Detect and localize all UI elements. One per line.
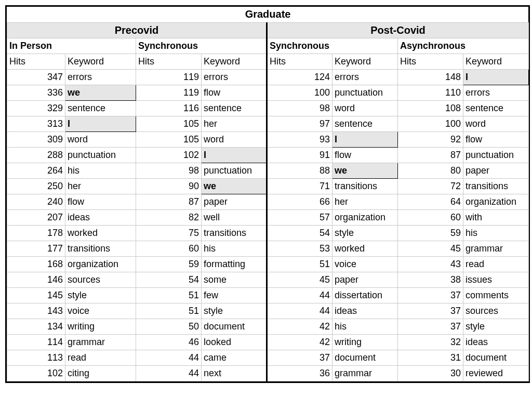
keyword-cell: few [202, 287, 267, 303]
table-row: 102citing44next36grammar30reviewed [7, 365, 529, 381]
hits-cell: 336 [7, 85, 65, 100]
keyword-cell: word [332, 100, 398, 116]
table-row: 288punctuation102I91flow87punctuation [7, 147, 529, 163]
keyword-cell: voice [332, 256, 398, 272]
keyword-cell: ideas [463, 334, 529, 350]
keyword-cell: document [332, 350, 398, 365]
keyword-cell: transitions [463, 178, 529, 194]
keyword-cell: voice [65, 303, 136, 319]
keyword-cell: with [463, 209, 529, 225]
table-row: 207ideas82well57organization60with [7, 209, 529, 225]
hits-cell: 72 [398, 178, 463, 194]
hits-cell: 108 [398, 100, 463, 116]
keyword-cell: grammar [332, 365, 398, 381]
hits-cell: 119 [136, 69, 202, 85]
hits-cell: 38 [398, 272, 463, 287]
graduate-table: Graduate Precovid Post-Covid In Person S… [5, 5, 530, 383]
hits-cell: 92 [398, 131, 463, 147]
keyword-cell: document [463, 350, 529, 365]
keyword-cell: I [463, 69, 529, 85]
hits-cell: 87 [398, 147, 463, 163]
table-row: 114grammar46looked42writing32ideas [7, 334, 529, 350]
table-row: 145style51few44dissertation37comments [7, 287, 529, 303]
hits-cell: 46 [136, 334, 202, 350]
keyword-cell: sources [65, 272, 136, 287]
keyword-cell: flow [332, 147, 398, 163]
hdr-keyword: Keyword [463, 54, 529, 69]
hits-cell: 59 [398, 225, 463, 241]
hits-cell: 44 [136, 350, 202, 365]
table-row: 143voice51style44ideas37sources [7, 303, 529, 319]
hits-cell: 82 [136, 209, 202, 225]
keyword-cell: punctuation [202, 163, 267, 178]
table-row: 168organization59formatting51voice43read [7, 256, 529, 272]
hits-cell: 54 [267, 225, 332, 241]
hits-cell: 97 [267, 116, 332, 131]
cat-inperson: In Person [7, 38, 136, 54]
hits-cell: 347 [7, 69, 65, 85]
hits-cell: 87 [136, 194, 202, 209]
hits-cell: 51 [136, 287, 202, 303]
hits-cell: 168 [7, 256, 65, 272]
hdr-keyword: Keyword [65, 54, 136, 69]
hits-cell: 45 [398, 241, 463, 256]
keyword-cell: dissertation [332, 287, 398, 303]
keyword-cell: sentence [65, 100, 136, 116]
keyword-cell: his [463, 225, 529, 241]
table-row: 347errors119errors124errors148I [7, 69, 529, 85]
hits-cell: 207 [7, 209, 65, 225]
keyword-cell: well [202, 209, 267, 225]
hits-cell: 44 [267, 303, 332, 319]
keyword-cell: style [65, 287, 136, 303]
keyword-cell: came [202, 350, 267, 365]
hits-cell: 143 [7, 303, 65, 319]
hits-cell: 37 [398, 287, 463, 303]
keyword-cell: writing [65, 319, 136, 334]
hits-cell: 105 [136, 116, 202, 131]
keyword-cell: formatting [202, 256, 267, 272]
keyword-cell: flow [202, 85, 267, 100]
keyword-cell: transitions [332, 178, 398, 194]
keyword-cell: style [463, 319, 529, 334]
hits-cell: 45 [267, 272, 332, 287]
period-postcovid: Post-Covid [267, 22, 529, 38]
hits-cell: 102 [7, 365, 65, 381]
hits-cell: 60 [398, 209, 463, 225]
hits-cell: 37 [398, 303, 463, 319]
table-row: 146sources54some45paper38issues [7, 272, 529, 287]
hits-cell: 75 [136, 225, 202, 241]
hits-cell: 42 [267, 319, 332, 334]
hits-cell: 114 [7, 334, 65, 350]
hits-cell: 240 [7, 194, 65, 209]
hits-cell: 50 [136, 319, 202, 334]
keyword-cell: organization [463, 194, 529, 209]
hits-cell: 329 [7, 100, 65, 116]
keyword-cell: I [332, 131, 398, 147]
hits-cell: 71 [267, 178, 332, 194]
keyword-cell: her [332, 194, 398, 209]
hits-cell: 51 [267, 256, 332, 272]
hdr-hits: Hits [136, 54, 202, 69]
keyword-cell: issues [463, 272, 529, 287]
hits-cell: 116 [136, 100, 202, 116]
hits-cell: 98 [267, 100, 332, 116]
keyword-cell: word [65, 131, 136, 147]
hits-cell: 53 [267, 241, 332, 256]
keyword-cell: paper [202, 194, 267, 209]
keyword-cell: citing [65, 365, 136, 381]
keyword-cell: errors [332, 69, 398, 85]
keyword-cell: some [202, 272, 267, 287]
hits-cell: 105 [136, 131, 202, 147]
keyword-cell: worked [65, 225, 136, 241]
keyword-cell: we [65, 85, 136, 100]
hits-cell: 124 [267, 69, 332, 85]
keyword-cell: transitions [65, 241, 136, 256]
hits-cell: 30 [398, 365, 463, 381]
table-row: 178worked75transitions54style59his [7, 225, 529, 241]
keyword-cell: her [202, 116, 267, 131]
cat-sync-post: Synchronous [267, 38, 398, 54]
keyword-cell: transitions [202, 225, 267, 241]
cat-sync-pre: Synchronous [136, 38, 267, 54]
keyword-cell: ideas [332, 303, 398, 319]
hits-cell: 32 [398, 334, 463, 350]
